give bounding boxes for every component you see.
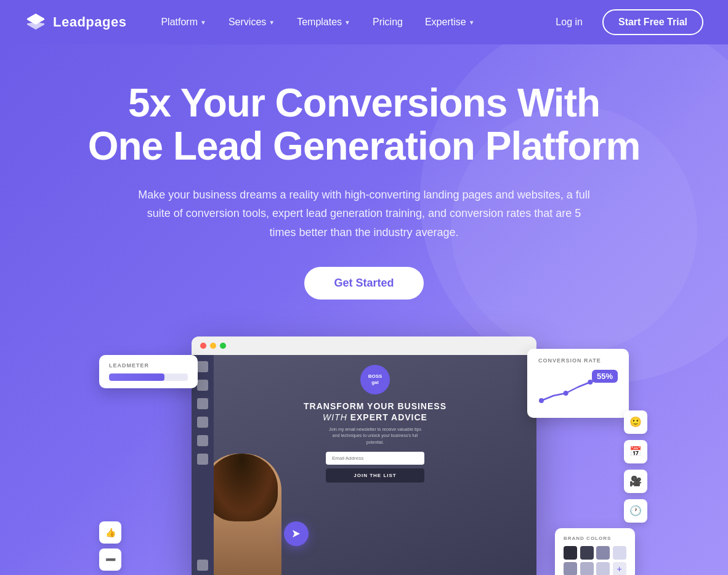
browser-window: BOSSgal TRANSFORM YOUR BUSINESSwith EXPE…: [192, 336, 536, 575]
conversion-rate-card: CONVERSION RATE 55%: [527, 349, 629, 418]
conversion-chart: 55%: [538, 370, 618, 407]
browser-inner: BOSSgal TRANSFORM YOUR BUSINESSwith EXPE…: [192, 355, 536, 575]
mockup-area: LEADMETER: [87, 336, 641, 575]
boss-gal-badge: BOSSgal: [360, 365, 390, 394]
nav-templates[interactable]: Templates ▼: [287, 12, 360, 33]
svg-point-5: [564, 391, 568, 396]
trial-button[interactable]: Start Free Trial: [602, 9, 703, 35]
sidebar-icon-1: [197, 361, 208, 372]
color-swatch-5[interactable]: [564, 562, 577, 575]
navbar: Leadpages Platform ▼ Services ▼ Template…: [0, 0, 728, 44]
hero-subtitle: Make your business dreams a reality with…: [133, 186, 595, 242]
sidebar-icon-6: [197, 454, 208, 465]
cursor-button[interactable]: [284, 521, 309, 546]
leadmeter-card: LEADMETER: [99, 355, 198, 388]
landing-email-input[interactable]: [326, 452, 424, 465]
nav-services[interactable]: Services ▼: [219, 12, 285, 33]
clock-icon-button[interactable]: 🕐: [624, 499, 647, 523]
color-swatch-7[interactable]: [596, 562, 610, 575]
leadmeter-bar-fill: [109, 373, 164, 381]
landing-subtext: Join my email newsletter to receive valu…: [326, 426, 424, 446]
nav-pricing[interactable]: Pricing: [363, 12, 413, 33]
sidebar-icon-5: [197, 435, 208, 446]
color-swatch-4[interactable]: [613, 546, 626, 560]
landing-page-content: BOSSgal TRANSFORM YOUR BUSINESSwith EXPE…: [214, 355, 536, 575]
nav-expertise[interactable]: Expertise ▼: [415, 12, 485, 33]
emoji-icon-button[interactable]: 🙂: [624, 410, 647, 434]
templates-chevron-icon: ▼: [344, 19, 350, 26]
login-button[interactable]: Log in: [548, 12, 590, 33]
platform-chevron-icon: ▼: [200, 19, 206, 26]
calendar-icon-button[interactable]: 📅: [624, 440, 647, 463]
brand-colors-label: BRAND COLORS: [564, 536, 626, 541]
leadmeter-bar-background: [109, 373, 188, 381]
leadmeter-label: LEADMETER: [109, 362, 188, 369]
hero-title: 5x Your Conversions With One Lead Genera…: [87, 81, 641, 168]
thumbs-up-icon-button[interactable]: 👍: [99, 521, 121, 544]
sidebar-icon-3: [197, 398, 208, 409]
nav-links: Platform ▼ Services ▼ Templates ▼ Pricin…: [151, 12, 548, 33]
video-icon-button[interactable]: 🎥: [624, 470, 647, 493]
hero-content: 5x Your Conversions With One Lead Genera…: [87, 81, 641, 336]
nav-platform[interactable]: Platform ▼: [151, 12, 216, 33]
logo[interactable]: Leadpages: [25, 11, 126, 33]
conversion-percent-badge: 55%: [592, 370, 618, 383]
expertise-chevron-icon: ▼: [469, 19, 475, 26]
browser-dot-green: [220, 343, 226, 349]
browser-dot-red: [200, 343, 206, 349]
landing-join-button[interactable]: JOIN THE LIST: [326, 468, 424, 483]
nav-right: Log in Start Free Trial: [548, 9, 703, 35]
color-grid: +: [564, 546, 626, 575]
minus-icon-button[interactable]: ➖: [99, 548, 121, 571]
landing-page-preview: BOSSgal TRANSFORM YOUR BUSINESSwith EXPE…: [214, 355, 536, 575]
color-swatch-3[interactable]: [596, 546, 610, 560]
browser-body: BOSSgal TRANSFORM YOUR BUSINESSwith EXPE…: [192, 355, 536, 575]
add-color-button[interactable]: +: [613, 562, 626, 575]
services-chevron-icon: ▼: [269, 19, 275, 26]
brand-name: Leadpages: [53, 14, 126, 30]
landing-headline: TRANSFORM YOUR BUSINESSwith EXPERT ADVIC…: [304, 401, 447, 423]
right-floating-icons: 🙂 📅 🎥 🕐: [624, 410, 647, 523]
sidebar-icon-4: [197, 417, 208, 428]
get-started-button[interactable]: Get Started: [304, 267, 423, 300]
conversion-rate-label: CONVERSION RATE: [538, 357, 618, 364]
left-floating-icons: 👍 ➖: [99, 521, 121, 571]
svg-point-6: [539, 398, 544, 403]
color-swatch-1[interactable]: [564, 546, 577, 560]
color-swatch-6[interactable]: [580, 562, 594, 575]
browser-bar: [192, 336, 536, 355]
sidebar-icon-7: [197, 560, 208, 571]
brand-colors-card: BRAND COLORS +: [555, 528, 635, 575]
browser-dot-yellow: [210, 343, 216, 349]
hero-section: 5x Your Conversions With One Lead Genera…: [0, 44, 728, 575]
editor-sidebar: [192, 355, 214, 575]
color-swatch-2[interactable]: [580, 546, 594, 560]
sidebar-icon-2: [197, 380, 208, 391]
